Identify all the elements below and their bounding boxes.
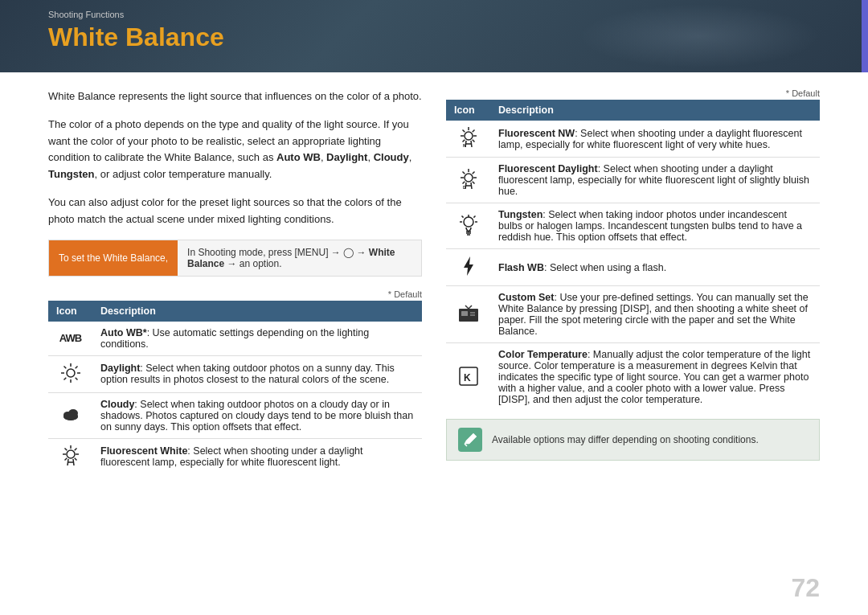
pencil-icon	[463, 433, 477, 447]
page-header: Shooting Functions White Balance	[0, 0, 868, 72]
svg-line-43	[472, 181, 474, 183]
right-wb-table: Icon Description	[446, 100, 820, 411]
note-icon	[458, 428, 482, 452]
default-note-right: * Default	[446, 88, 820, 98]
left-table-header-description: Description	[92, 301, 422, 322]
icon-cell	[446, 286, 490, 343]
svg-line-20	[74, 457, 76, 460]
icon-cell	[48, 438, 92, 475]
intro-paragraph-2: The color of a photo depends on the type…	[48, 117, 422, 183]
svg-point-48	[464, 217, 473, 227]
left-column: White Balance represents the light sourc…	[48, 88, 422, 475]
instruction-label: To set the White Balance,	[49, 240, 178, 276]
daylight-icon	[59, 362, 82, 384]
icon-cell	[48, 392, 92, 438]
icon-cell: D	[446, 158, 490, 203]
page-title: White Balance	[0, 21, 868, 54]
svg-rect-59	[461, 311, 468, 316]
svg-text:D: D	[463, 185, 466, 190]
cloudy-icon	[59, 403, 82, 425]
svg-point-0	[67, 369, 75, 377]
svg-line-40	[462, 171, 465, 174]
right-table-header-icon: Icon	[446, 100, 490, 121]
desc-cell: Tungsten: Select when taking indoor phot…	[490, 203, 820, 249]
svg-line-28	[462, 130, 465, 133]
table-row: Fluorescent White: Select when shooting …	[48, 438, 422, 475]
flash-wb-icon	[457, 255, 480, 277]
intro-paragraph-3: You can also adjust color for the preset…	[48, 195, 422, 228]
default-note-left: * Default	[48, 289, 422, 299]
instruction-text: In Shooting mode, press [MENU] → ◯ → Whi…	[178, 240, 421, 276]
svg-line-30	[462, 140, 465, 142]
note-box: Available options may differ depending o…	[446, 419, 820, 461]
icon-cell	[446, 203, 490, 249]
svg-line-64	[465, 444, 467, 446]
svg-point-13	[67, 450, 75, 458]
table-row: K Color Temperature: Manually adjust the…	[446, 343, 820, 412]
page-number: 72	[791, 573, 820, 603]
table-row: N Fluorescent NW: Select when shooting u…	[446, 121, 820, 158]
icon-cell: K	[446, 343, 490, 412]
icon-cell: N	[446, 121, 490, 158]
svg-line-41	[472, 171, 474, 174]
desc-cell: Auto WB*: Use automatic settings dependi…	[92, 322, 422, 356]
accent-bar	[862, 0, 868, 72]
main-content: White Balance represents the light sourc…	[0, 72, 868, 483]
left-table-header-icon: Icon	[48, 301, 92, 322]
svg-line-17	[64, 448, 67, 450]
table-row: Tungsten: Select when taking indoor phot…	[446, 203, 820, 249]
desc-cell: Color Temperature: Manually adjust the c…	[490, 343, 820, 412]
awb-icon: AWB	[59, 332, 81, 344]
section-label: Shooting Functions	[0, 0, 868, 21]
svg-line-29	[472, 130, 474, 133]
svg-line-6	[75, 377, 77, 379]
right-column: * Default Icon Description	[446, 88, 820, 475]
instruction-box: To set the White Balance, In Shooting mo…	[48, 240, 422, 277]
desc-cell: Fluorescent White: Select when shooting …	[92, 438, 422, 475]
svg-point-36	[465, 174, 473, 182]
desc-cell: Fluorescent NW: Select when shooting und…	[490, 121, 820, 158]
table-row: Daylight: Select when taking outdoor pho…	[48, 355, 422, 392]
left-wb-table: Icon Description AWB Auto WB*: Use autom…	[48, 301, 422, 475]
desc-cell: Daylight: Select when taking outdoor pho…	[92, 355, 422, 392]
intro-paragraph-1: White Balance represents the light sourc…	[48, 88, 422, 105]
fluorescent-daylight-icon: D	[457, 168, 480, 191]
svg-line-53	[473, 215, 475, 217]
svg-point-24	[465, 132, 473, 140]
custom-set-icon	[457, 302, 480, 325]
icon-cell: AWB	[48, 322, 92, 356]
table-row: AWB Auto WB*: Use automatic settings dep…	[48, 322, 422, 356]
note-text: Available options may differ depending o…	[492, 434, 759, 445]
desc-cell: Cloudy: Select when taking outdoor photo…	[92, 392, 422, 438]
fluorescent-white-icon	[59, 445, 82, 467]
svg-point-12	[63, 412, 78, 420]
table-row: D Fluorescent Daylight: Select when shoo…	[446, 158, 820, 203]
svg-line-8	[63, 377, 66, 379]
right-table-header-description: Description	[490, 100, 820, 121]
fluorescent-nw-icon: N	[457, 126, 480, 149]
svg-line-31	[472, 140, 474, 142]
table-row: Custom Set: Use your pre-defined setting…	[446, 286, 820, 343]
color-temperature-icon: K	[457, 365, 480, 387]
table-row: Flash WB: Select when using a flash.	[446, 249, 820, 286]
desc-cell: Flash WB: Select when using a flash.	[490, 249, 820, 286]
svg-line-7	[75, 366, 77, 368]
svg-line-5	[63, 366, 66, 368]
desc-cell: Custom Set: Use your pre-defined setting…	[490, 286, 820, 343]
svg-line-19	[64, 457, 67, 460]
icon-cell	[446, 249, 490, 286]
desc-cell: Fluorescent Daylight: Select when shooti…	[490, 158, 820, 203]
svg-marker-57	[464, 256, 473, 276]
svg-line-42	[462, 181, 465, 183]
svg-text:N: N	[463, 143, 466, 148]
icon-cell	[48, 355, 92, 392]
tungsten-icon	[457, 214, 480, 236]
svg-text:K: K	[464, 372, 471, 383]
svg-line-18	[74, 448, 76, 450]
table-row: Cloudy: Select when taking outdoor photo…	[48, 392, 422, 438]
svg-line-52	[461, 215, 463, 217]
